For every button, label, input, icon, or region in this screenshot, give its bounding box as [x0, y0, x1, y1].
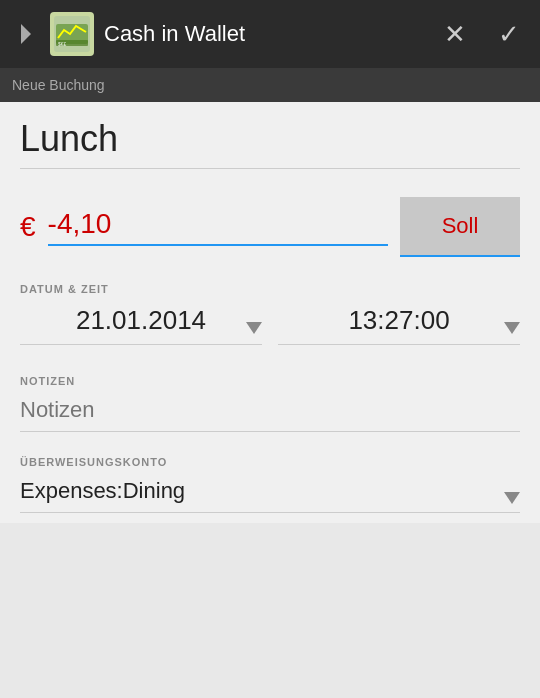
time-picker[interactable]: 13:27:00: [278, 305, 520, 345]
notes-section: NOTIZEN: [0, 361, 540, 442]
description-input[interactable]: [20, 118, 520, 169]
transfer-account-section: ÜBERWEISUNGSKONTO Expenses:Dining: [0, 442, 540, 523]
time-dropdown-arrow: [504, 322, 520, 334]
close-button[interactable]: ✕: [436, 15, 474, 54]
notes-label: NOTIZEN: [20, 375, 520, 387]
amount-input-wrapper: [48, 208, 388, 246]
date-picker[interactable]: 21.01.2014: [20, 305, 262, 345]
transfer-account-display[interactable]: Expenses:Dining: [20, 478, 520, 513]
main-content: € Soll DATUM & ZEIT 21.01.2014 13:27:00 …: [0, 102, 540, 523]
date-dropdown-arrow: [246, 322, 262, 334]
transfer-account-label: ÜBERWEISUNGSKONTO: [20, 456, 520, 468]
transfer-account-value: Expenses:Dining: [20, 478, 185, 504]
description-section: [0, 102, 540, 177]
datetime-section: DATUM & ZEIT 21.01.2014 13:27:00: [0, 273, 540, 361]
soll-button[interactable]: Soll: [400, 197, 520, 257]
header-actions: ✕ ✓: [436, 15, 528, 54]
datetime-row: 21.01.2014 13:27:00: [20, 305, 520, 345]
currency-symbol: €: [20, 211, 36, 243]
sub-header: Neue Buchung: [0, 68, 540, 102]
datetime-label: DATUM & ZEIT: [20, 283, 520, 295]
date-value: 21.01.2014: [20, 305, 262, 336]
confirm-button[interactable]: ✓: [490, 15, 528, 54]
amount-section: € Soll: [0, 177, 540, 273]
amount-input[interactable]: [48, 208, 388, 244]
app-icon: $€£: [50, 12, 94, 56]
sub-header-title: Neue Buchung: [12, 77, 105, 93]
header-title: Cash in Wallet: [104, 21, 436, 47]
app-header: $€£ Cash in Wallet ✕ ✓: [0, 0, 540, 68]
notes-input[interactable]: [20, 397, 520, 432]
svg-text:$€£: $€£: [58, 41, 67, 47]
back-button[interactable]: [12, 20, 40, 48]
transfer-dropdown-arrow: [504, 492, 520, 504]
time-value: 13:27:00: [278, 305, 520, 336]
